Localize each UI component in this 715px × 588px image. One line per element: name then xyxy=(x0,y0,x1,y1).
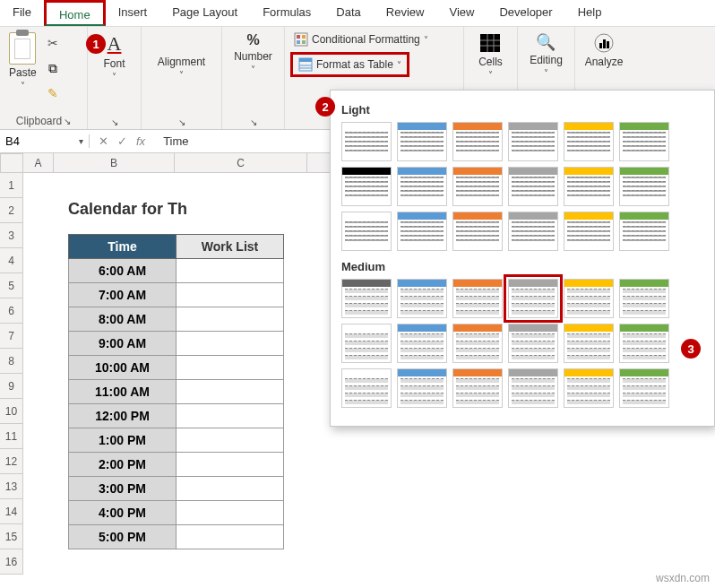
table-style-swatch[interactable] xyxy=(341,324,392,363)
data-table[interactable]: TimeWork List 6:00 AM7:00 AM8:00 AM9:00 … xyxy=(68,234,284,549)
worklist-cell[interactable] xyxy=(177,259,284,283)
worklist-cell[interactable] xyxy=(177,356,284,380)
col-header-x[interactable] xyxy=(307,153,332,173)
time-cell[interactable]: 5:00 PM xyxy=(69,525,177,549)
col-header-B[interactable]: B xyxy=(54,153,175,173)
time-cell[interactable]: 3:00 PM xyxy=(69,477,177,501)
table-style-swatch[interactable] xyxy=(397,212,447,251)
worklist-cell[interactable] xyxy=(177,428,284,453)
table-style-swatch[interactable] xyxy=(619,122,669,161)
time-cell[interactable]: 7:00 AM xyxy=(69,283,177,307)
copy-button[interactable]: ⧉ xyxy=(44,59,62,77)
row-header-15[interactable]: 15 xyxy=(0,524,23,549)
table-row[interactable]: 6:00 AM xyxy=(69,259,284,283)
table-style-swatch[interactable] xyxy=(452,368,503,408)
row-header-14[interactable]: 14 xyxy=(0,499,23,524)
table-style-swatch[interactable] xyxy=(619,368,669,408)
tab-formulas[interactable]: Formulas xyxy=(250,0,323,26)
formula-input[interactable]: Time xyxy=(154,134,197,148)
table-row[interactable]: 1:00 PM xyxy=(69,428,284,453)
row-header-12[interactable]: 12 xyxy=(0,449,23,474)
table-row[interactable]: 7:00 AM xyxy=(69,283,284,307)
row-header-9[interactable]: 9 xyxy=(0,374,23,399)
worklist-cell[interactable] xyxy=(177,283,284,307)
table-style-swatch[interactable] xyxy=(508,368,558,408)
table-style-swatch[interactable] xyxy=(564,122,614,161)
table-row[interactable]: 8:00 AM xyxy=(69,307,284,332)
dialog-launcher-icon[interactable]: ↘ xyxy=(64,117,71,126)
time-cell[interactable]: 8:00 AM xyxy=(69,307,177,332)
row-header-7[interactable]: 7 xyxy=(0,324,23,349)
tab-developer[interactable]: Developer xyxy=(487,0,564,26)
cancel-button[interactable]: ✕ xyxy=(99,134,108,148)
table-style-swatch[interactable] xyxy=(508,212,558,251)
table-style-swatch[interactable] xyxy=(452,212,503,251)
worklist-cell[interactable] xyxy=(177,525,284,549)
table-style-swatch[interactable] xyxy=(397,167,447,206)
time-cell[interactable]: 4:00 PM xyxy=(69,501,177,525)
tab-file[interactable]: File xyxy=(0,0,44,26)
table-style-swatch[interactable] xyxy=(619,212,669,251)
table-style-swatch[interactable] xyxy=(341,167,392,206)
worklist-cell[interactable] xyxy=(177,453,284,477)
table-style-swatch[interactable] xyxy=(397,122,447,161)
fx-button[interactable]: fx xyxy=(136,134,145,148)
table-header[interactable]: Time xyxy=(69,235,177,259)
worklist-cell[interactable] xyxy=(177,332,284,356)
worklist-cell[interactable] xyxy=(177,307,284,332)
row-header-6[interactable]: 6 xyxy=(0,298,23,324)
row-header-11[interactable]: 11 xyxy=(0,424,23,449)
table-style-swatch[interactable] xyxy=(341,122,392,161)
table-style-swatch[interactable] xyxy=(397,368,447,408)
table-style-swatch[interactable] xyxy=(564,368,614,408)
table-style-swatch[interactable] xyxy=(452,122,503,161)
col-header-A[interactable]: A xyxy=(23,153,54,173)
table-style-swatch[interactable] xyxy=(564,324,614,363)
table-style-swatch[interactable] xyxy=(452,279,503,318)
row-header-8[interactable]: 8 xyxy=(0,349,23,374)
format-as-table-button[interactable]: Format as Table˅ xyxy=(290,52,409,77)
row-header-2[interactable]: 2 xyxy=(0,198,23,223)
time-cell[interactable]: 1:00 PM xyxy=(69,428,177,453)
chevron-down-icon[interactable]: ▾ xyxy=(79,136,83,146)
time-cell[interactable]: 9:00 AM xyxy=(69,332,177,356)
name-box[interactable]: B4 ▾ xyxy=(0,134,90,148)
table-style-swatch[interactable] xyxy=(508,324,558,363)
row-header-16[interactable]: 16 xyxy=(0,549,23,575)
row-header-5[interactable]: 5 xyxy=(0,273,23,298)
row-header-4[interactable]: 4 xyxy=(0,248,23,273)
table-style-swatch[interactable] xyxy=(397,279,447,318)
table-style-swatch[interactable] xyxy=(452,324,503,363)
worklist-cell[interactable] xyxy=(177,501,284,525)
table-row[interactable]: 9:00 AM xyxy=(69,332,284,356)
table-style-swatch[interactable] xyxy=(564,212,614,251)
analyze-button[interactable]: Analyze xyxy=(581,30,627,70)
table-style-swatch[interactable] xyxy=(619,279,669,318)
table-style-swatch[interactable] xyxy=(397,324,447,363)
tab-help[interactable]: Help xyxy=(565,0,615,26)
time-cell[interactable]: 6:00 AM xyxy=(69,259,177,283)
tab-home[interactable]: Home xyxy=(44,0,106,26)
table-style-swatch[interactable] xyxy=(508,122,558,161)
table-row[interactable]: 3:00 PM xyxy=(69,477,284,501)
alignment-button[interactable]: Alignment ˅ xyxy=(154,30,209,82)
time-cell[interactable]: 10:00 AM xyxy=(69,356,177,380)
number-button[interactable]: % Number ˅ xyxy=(230,30,276,76)
table-row[interactable]: 4:00 PM xyxy=(69,501,284,525)
table-header[interactable]: Work List xyxy=(177,235,284,259)
tab-page-layout[interactable]: Page Layout xyxy=(159,0,250,26)
time-cell[interactable]: 11:00 AM xyxy=(69,380,177,404)
table-style-swatch[interactable] xyxy=(452,167,503,206)
row-header-10[interactable]: 10 xyxy=(0,399,23,424)
cells-button[interactable]: Cells ˅ xyxy=(475,30,506,82)
table-style-swatch[interactable] xyxy=(564,167,614,206)
row-header-3[interactable]: 3 xyxy=(0,223,23,248)
worklist-cell[interactable] xyxy=(177,380,284,404)
table-style-swatch[interactable] xyxy=(564,279,614,318)
editing-button[interactable]: 🔍 Editing ˅ xyxy=(526,30,566,80)
tab-review[interactable]: Review xyxy=(374,0,437,26)
col-header-C[interactable]: C xyxy=(175,153,307,173)
table-style-swatch[interactable] xyxy=(508,167,558,206)
table-style-swatch[interactable] xyxy=(341,212,392,251)
select-all-corner[interactable] xyxy=(0,153,23,173)
